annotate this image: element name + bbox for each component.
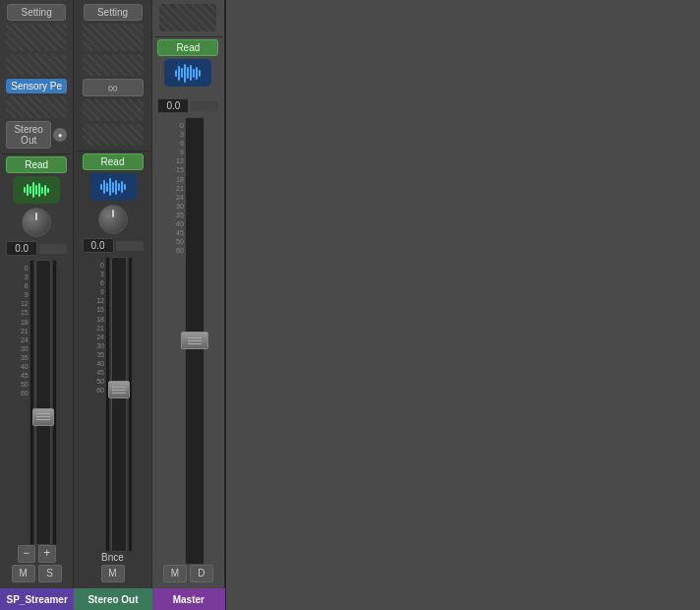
fader-scale-ch1: 03691215182124303540455060 bbox=[17, 260, 29, 545]
sep-ch3 bbox=[154, 36, 222, 37]
fader-line-3-ch1 bbox=[36, 419, 50, 420]
fader-line-2-ch2 bbox=[112, 390, 126, 391]
stereo-out-label-ch1[interactable]: Stereo Out bbox=[6, 121, 51, 149]
fader-track-ch1[interactable] bbox=[35, 260, 51, 545]
channel-master: Read 0.0 bbox=[152, 0, 225, 588]
plus-button-ch1[interactable]: + bbox=[38, 545, 56, 563]
ms-buttons-ch3: M D bbox=[154, 565, 222, 582]
pan-knob-ch1[interactable] bbox=[22, 208, 51, 237]
insert-texture-ch2 bbox=[83, 24, 144, 51]
mute-button-ch3[interactable]: M bbox=[163, 565, 187, 582]
meter-right-ch2 bbox=[128, 257, 133, 552]
d-button-ch3[interactable]: D bbox=[190, 565, 213, 582]
meter-right-ch1 bbox=[52, 260, 57, 545]
fader-line-3-ch3 bbox=[188, 343, 202, 344]
meter-left-ch1 bbox=[29, 260, 34, 545]
setting-button-ch2[interactable]: Setting bbox=[84, 4, 143, 21]
fader-value-bar-ch1 bbox=[39, 244, 67, 254]
fader-line-2-ch1 bbox=[36, 416, 50, 417]
link-box-ch2[interactable]: ∞ bbox=[83, 79, 144, 96]
fader-value-ch1: 0.0 bbox=[6, 241, 67, 256]
fader-line-1-ch2 bbox=[112, 387, 126, 388]
ms-buttons-ch1: M S bbox=[2, 565, 71, 582]
fader-handle-ch3[interactable] bbox=[181, 332, 208, 349]
send-texture-ch1 bbox=[6, 54, 67, 76]
fader-scale-ch2: 03691215182124303540455060 bbox=[92, 257, 104, 552]
channel-label-stereo-out[interactable]: Stereo Out bbox=[74, 588, 151, 610]
waveform-icon-ch1[interactable] bbox=[13, 176, 60, 204]
waveform-bars-ch3 bbox=[175, 64, 201, 83]
main-area bbox=[226, 0, 700, 610]
fader-line-1-ch1 bbox=[36, 413, 50, 414]
waveform-bars-ch1 bbox=[24, 182, 49, 198]
read-button-ch3[interactable]: Read bbox=[157, 39, 218, 56]
waveform-bars-ch2 bbox=[100, 178, 126, 196]
fader-value-box-ch2: 0.0 bbox=[83, 238, 114, 253]
fader-track-ch2[interactable] bbox=[111, 257, 127, 552]
solo-button-ch1[interactable]: S bbox=[38, 565, 62, 582]
ms-buttons-ch2: M bbox=[76, 565, 148, 582]
sep-ch1 bbox=[2, 153, 71, 154]
setting-button-ch1[interactable]: Setting bbox=[7, 4, 66, 21]
fader-handle-ch1[interactable] bbox=[32, 408, 54, 426]
sep-ch2 bbox=[76, 151, 148, 152]
mute-button-ch2[interactable]: M bbox=[101, 565, 125, 582]
top-texture-ch3 bbox=[159, 4, 216, 31]
stereo-out-icon-ch1: ● bbox=[53, 128, 67, 142]
meter-left-ch2 bbox=[105, 257, 110, 552]
minus-button-ch1[interactable]: − bbox=[18, 545, 35, 563]
send-texture-ch2 bbox=[83, 54, 144, 76]
channels-row: Setting Sensory Pe Stereo Out ● Read bbox=[0, 0, 225, 588]
insert-texture-ch1 bbox=[6, 24, 67, 51]
bnce-label-ch2: Bnce bbox=[101, 552, 124, 563]
fader-handle-ch2[interactable] bbox=[108, 381, 130, 398]
channel-label-sp-streamer[interactable]: SP_Streamer bbox=[0, 588, 74, 610]
read-button-ch1[interactable]: Read bbox=[6, 156, 67, 173]
fader-value-ch2: 0.0 bbox=[83, 238, 144, 253]
track-name-ch1[interactable]: Sensory Pe bbox=[6, 79, 67, 93]
fader-value-box-ch3: 0.0 bbox=[157, 98, 189, 113]
fader-value-ch3: 0.0 bbox=[157, 98, 218, 113]
fader-line-1-ch3 bbox=[188, 337, 202, 338]
channel-label-master[interactable]: Master bbox=[152, 588, 225, 610]
fader-track-ch3[interactable] bbox=[185, 117, 204, 565]
channel-sp-streamer: Setting Sensory Pe Stereo Out ● Read bbox=[0, 0, 74, 588]
pan-knob-ch2[interactable] bbox=[98, 205, 128, 234]
eq-texture-ch2 bbox=[83, 99, 144, 121]
link-icon-ch2: ∞ bbox=[108, 80, 118, 95]
fader-value-box-ch1: 0.0 bbox=[6, 241, 37, 256]
read-button-ch2[interactable]: Read bbox=[83, 153, 144, 170]
app-container: Setting Sensory Pe Stereo Out ● Read bbox=[0, 0, 700, 610]
fader-value-bar-ch2 bbox=[116, 241, 144, 251]
bottom-buttons-ch1: − + bbox=[2, 545, 71, 563]
mute-button-ch1[interactable]: M bbox=[12, 565, 35, 582]
bottom-labels: SP_Streamer Stereo Out Master bbox=[0, 588, 225, 610]
eq-texture-ch1 bbox=[6, 96, 67, 118]
waveform-icon-ch2[interactable] bbox=[89, 173, 137, 201]
fader-value-bar-ch3 bbox=[191, 101, 218, 111]
stereo-out-row-ch1: Stereo Out ● bbox=[6, 121, 67, 149]
dyn-texture-ch2 bbox=[83, 124, 144, 146]
fader-line-2-ch3 bbox=[188, 340, 202, 341]
waveform-icon-ch3[interactable] bbox=[164, 59, 211, 87]
fader-line-3-ch2 bbox=[112, 393, 126, 394]
channel-stereo-out: Setting ∞ Read bbox=[74, 0, 151, 588]
mixer-panel: Setting Sensory Pe Stereo Out ● Read bbox=[0, 0, 226, 610]
